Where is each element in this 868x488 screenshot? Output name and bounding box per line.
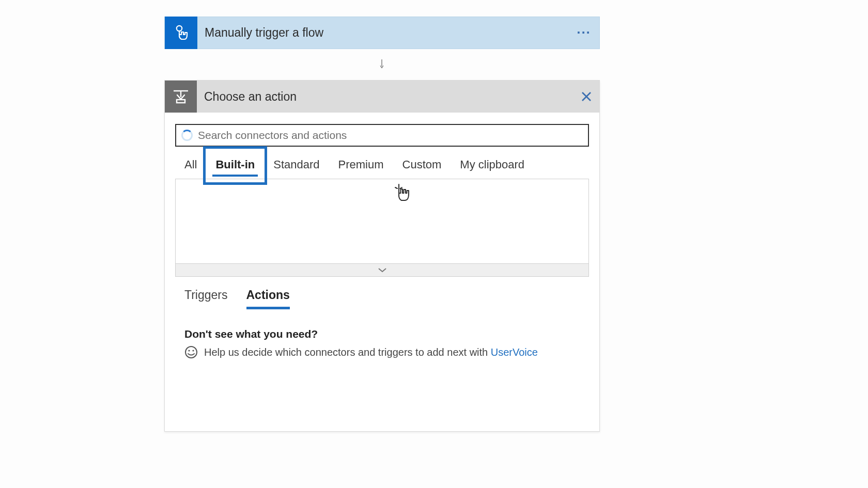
close-button[interactable] xyxy=(574,91,599,102)
search-box[interactable] xyxy=(175,124,589,147)
svg-rect-4 xyxy=(177,100,185,103)
uservoice-link[interactable]: UserVoice xyxy=(491,347,538,358)
trigger-card[interactable]: Manually trigger a flow ··· xyxy=(164,17,600,49)
feedback-text-row: Help us decide which connectors and trig… xyxy=(184,345,589,359)
filter-tab-all[interactable]: All xyxy=(175,151,206,179)
manual-trigger-icon xyxy=(165,17,197,49)
filter-tab-custom[interactable]: Custom xyxy=(393,151,451,179)
action-icon xyxy=(165,81,197,113)
feedback-title: Don't see what you need? xyxy=(184,328,589,340)
filter-tab-premium[interactable]: Premium xyxy=(329,151,393,179)
loading-spinner-icon xyxy=(181,130,193,141)
search-container xyxy=(165,113,599,147)
trigger-more-button[interactable]: ··· xyxy=(568,25,599,41)
filter-tab-clipboard[interactable]: My clipboard xyxy=(451,151,534,179)
expand-bar[interactable] xyxy=(175,264,589,277)
feedback-block: Don't see what you need? Help us decide … xyxy=(165,308,599,431)
filter-tabs: All Built-in Standard Premium Custom My … xyxy=(165,147,599,179)
flow-connector-arrow xyxy=(380,49,384,80)
svg-point-7 xyxy=(185,347,197,358)
choose-action-panel: Choose an action All Built-in Standard P… xyxy=(164,80,600,432)
chevron-down-icon xyxy=(378,267,387,273)
connectors-list xyxy=(175,179,589,264)
sub-tabs: Triggers Actions xyxy=(165,277,599,308)
action-panel-title: Choose an action xyxy=(197,90,574,104)
filter-tab-builtin[interactable]: Built-in xyxy=(206,151,264,179)
trigger-title: Manually trigger a flow xyxy=(197,26,568,40)
sub-tab-actions[interactable]: Actions xyxy=(246,288,290,308)
smiley-icon xyxy=(184,345,198,359)
sub-tab-triggers[interactable]: Triggers xyxy=(184,288,228,308)
svg-point-0 xyxy=(176,25,181,30)
svg-point-9 xyxy=(192,350,194,351)
svg-point-8 xyxy=(188,350,190,351)
feedback-text: Help us decide which connectors and trig… xyxy=(204,347,491,358)
search-input[interactable] xyxy=(198,129,583,141)
filter-tab-standard[interactable]: Standard xyxy=(264,151,329,179)
action-panel-header: Choose an action xyxy=(165,81,599,113)
